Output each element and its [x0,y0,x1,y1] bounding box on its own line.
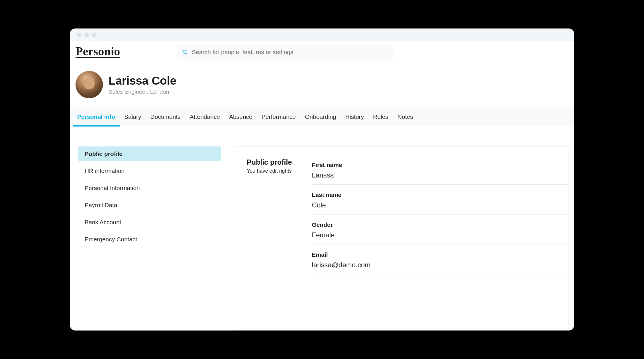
main-panel: Public profile You have edit rights Firs… [235,146,568,331]
fields: First name Larissa Last name Cole Gender… [312,158,568,330]
search-icon [182,49,188,55]
field-value: larissa@demo.com [312,261,568,269]
tab-performance[interactable]: Performance [257,107,300,127]
tab-onboarding[interactable]: Onboarding [300,107,341,127]
tab-attendance[interactable]: Attendance [185,107,225,127]
field-gender[interactable]: Gender Female [312,218,568,244]
field-last-name[interactable]: Last name Cole [312,188,568,215]
panel-subtitle: You have edit rights [247,168,292,174]
tab-salary[interactable]: Salary [120,107,146,127]
field-label: First name [312,162,568,168]
field-label: Last name [312,191,568,198]
app-window: Personio Larissa Cole Sales Engineer, Lo… [70,28,574,331]
sidebar-item-public-profile[interactable]: Public profile [78,146,221,161]
header: Personio [70,41,574,63]
avatar[interactable] [76,71,103,98]
profile-header: Larissa Cole Sales Engineer, London [70,63,574,107]
field-value: Cole [312,201,568,209]
svg-line-1 [186,53,187,54]
sidebar-item-hr-information[interactable]: HR information [78,164,221,178]
tab-documents[interactable]: Documents [146,107,185,127]
logo[interactable]: Personio [76,46,120,58]
field-value: Larissa [312,171,568,179]
tab-roles[interactable]: Roles [368,107,393,127]
sidebar-item-bank-account[interactable]: Bank Account [78,215,221,230]
field-value: Female [312,231,568,239]
titlebar [70,28,574,41]
window-control-close[interactable] [77,33,81,37]
profile-subtitle: Sales Engineer, London [109,89,176,95]
field-label: Gender [312,221,568,228]
tabs-bar: Personal info Salary Documents Attendanc… [70,107,574,127]
tab-absence[interactable]: Absence [225,107,257,127]
panel-title: Public profile [247,158,292,166]
panel-title-block: Public profile You have edit rights [247,158,292,330]
content-area: Public profile HR information Personal I… [70,127,574,331]
window-control-minimize[interactable] [84,33,89,37]
svg-point-0 [183,50,186,53]
profile-name: Larissa Cole [109,74,176,87]
tab-notes[interactable]: Notes [393,107,418,127]
sidebar-item-payroll-data[interactable]: Payroll Data [78,198,221,213]
search-input[interactable] [192,49,388,56]
field-label: Email [312,251,568,258]
tab-history[interactable]: History [341,107,368,127]
search-container[interactable] [177,45,394,60]
sidebar: Public profile HR information Personal I… [78,146,221,331]
sidebar-item-emergency-contact[interactable]: Emergency Contact [78,232,221,247]
field-email[interactable]: Email larissa@demo.com [312,248,568,274]
sidebar-item-personal-information[interactable]: Personal Information [78,181,221,195]
field-first-name[interactable]: First name Larissa [312,158,568,185]
profile-info: Larissa Cole Sales Engineer, London [109,74,176,95]
window-control-maximize[interactable] [92,33,96,37]
tab-personal-info[interactable]: Personal info [73,107,120,127]
